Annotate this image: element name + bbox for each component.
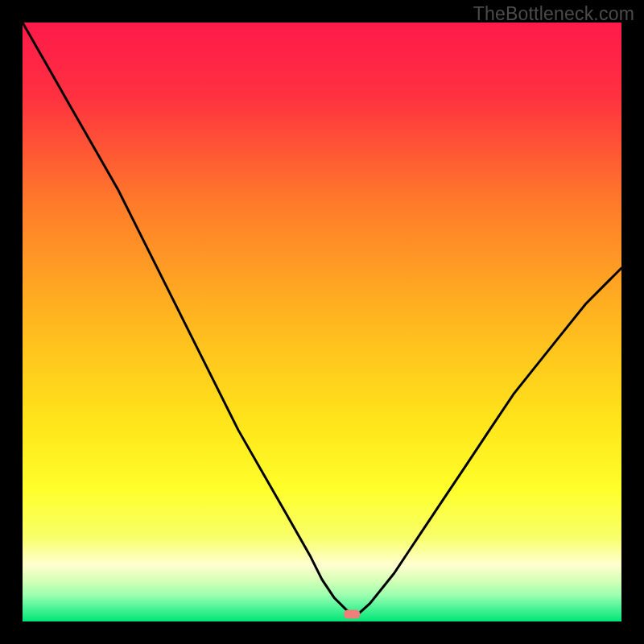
optimal-marker [344,610,360,619]
gradient-background [23,23,621,621]
chart-frame: TheBottleneck.com [0,0,644,644]
chart-svg [23,23,621,621]
plot-area [23,23,621,621]
watermark-label: TheBottleneck.com [473,3,634,25]
